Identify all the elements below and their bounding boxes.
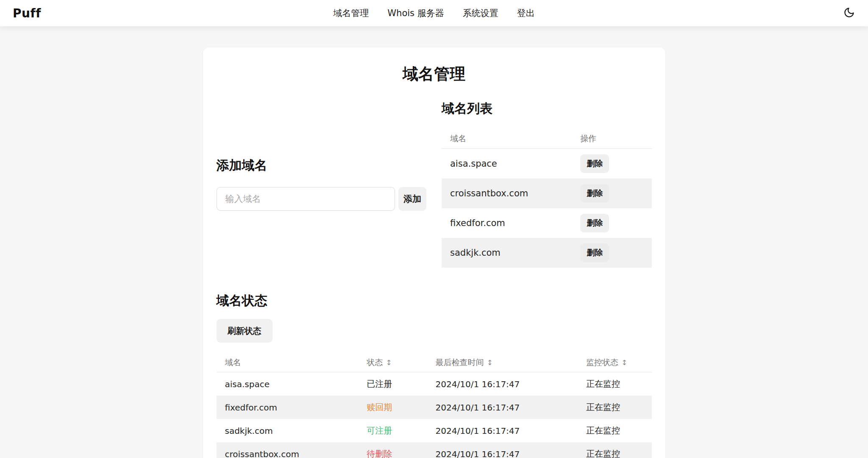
- domain-name: aisa.space: [217, 379, 359, 389]
- domain-name: fixedfor.com: [217, 402, 359, 413]
- monitor-status: 正在监控: [578, 378, 652, 390]
- domain-name: croissantbox.com: [217, 449, 359, 458]
- last-checked-time: 2024/10/1 16:17:47: [427, 449, 578, 458]
- domain-status-section: 域名状态 刷新状态 域名 状态 ↕ 最后检查时间 ↕ 监控状态 ↕: [217, 292, 652, 458]
- domain-name: aisa.space: [442, 159, 572, 169]
- domain-name: fixedfor.com: [442, 218, 572, 228]
- table-row: sadkjk.com 可注册 2024/10/1 16:17:47 正在监控: [217, 419, 652, 442]
- domain-name: croissantbox.com: [442, 188, 572, 198]
- column-header-monitor[interactable]: 监控状态 ↕: [578, 357, 652, 368]
- add-domain-form: 添加: [217, 187, 427, 211]
- nav-item-whois-servers[interactable]: Whois 服务器: [387, 7, 444, 19]
- main-nav: 域名管理 Whois 服务器 系统设置 登出: [333, 7, 534, 19]
- brand-logo[interactable]: Puff: [13, 6, 41, 20]
- column-header-last-checked[interactable]: 最后检查时间 ↕: [427, 357, 578, 368]
- table-row: croissantbox.com 待删除 2024/10/1 16:17:47 …: [217, 442, 652, 458]
- add-domain-section: 添加域名 添加: [217, 100, 427, 268]
- domain-name: sadkjk.com: [217, 426, 359, 436]
- column-header-domain: 域名: [217, 357, 359, 368]
- sort-icon: ↕: [386, 358, 392, 367]
- domain-name: sadkjk.com: [442, 248, 572, 258]
- status-badge: 可注册: [358, 425, 427, 436]
- domain-input[interactable]: [217, 187, 395, 211]
- monitor-status: 正在监控: [578, 448, 652, 458]
- status-badge: 已注册: [358, 378, 427, 390]
- status-badge: 待删除: [358, 448, 427, 458]
- delete-button[interactable]: 删除: [580, 243, 609, 262]
- status-badge: 赎回期: [358, 402, 427, 413]
- sort-icon: ↕: [621, 358, 627, 367]
- refresh-status-button[interactable]: 刷新状态: [217, 319, 273, 343]
- last-checked-time: 2024/10/1 16:17:47: [427, 426, 578, 436]
- table-row: croissantbox.com 删除: [442, 179, 652, 208]
- domain-list-heading: 域名列表: [442, 100, 652, 117]
- theme-toggle-button[interactable]: [842, 6, 856, 20]
- domain-status-table-header: 域名 状态 ↕ 最后检查时间 ↕ 监控状态 ↕: [217, 353, 652, 372]
- domain-list-table-header: 域名 操作: [442, 128, 652, 149]
- last-checked-time: 2024/10/1 16:17:47: [427, 402, 578, 413]
- table-row: aisa.space 已注册 2024/10/1 16:17:47 正在监控: [217, 372, 652, 396]
- nav-item-logout[interactable]: 登出: [517, 7, 535, 19]
- add-button[interactable]: 添加: [398, 187, 426, 211]
- domain-status-heading: 域名状态: [217, 292, 652, 310]
- last-checked-time: 2024/10/1 16:17:47: [427, 379, 578, 389]
- table-row: aisa.space 删除: [442, 149, 652, 179]
- top-grid: 添加域名 添加 域名列表 域名 操作 aisa.space 删除: [217, 100, 652, 268]
- table-row: fixedfor.com 删除: [442, 208, 652, 238]
- page-title: 域名管理: [217, 64, 652, 85]
- column-header-action: 操作: [572, 133, 651, 144]
- moon-icon: [843, 7, 855, 20]
- nav-item-system-settings[interactable]: 系统设置: [463, 7, 498, 19]
- sort-icon: ↕: [487, 358, 493, 367]
- nav-item-domain-management[interactable]: 域名管理: [333, 7, 369, 19]
- domain-status-table: 域名 状态 ↕ 最后检查时间 ↕ 监控状态 ↕ aisa.space 已注册: [217, 353, 652, 458]
- table-row: sadkjk.com 删除: [442, 238, 652, 268]
- delete-button[interactable]: 删除: [580, 214, 609, 232]
- column-header-domain: 域名: [442, 133, 572, 144]
- monitor-status: 正在监控: [578, 425, 652, 436]
- column-header-status[interactable]: 状态 ↕: [358, 357, 427, 368]
- add-domain-heading: 添加域名: [217, 157, 427, 174]
- table-row: fixedfor.com 赎回期 2024/10/1 16:17:47 正在监控: [217, 396, 652, 419]
- domain-list-table: 域名 操作 aisa.space 删除 croissantbox.com 删除: [442, 128, 652, 268]
- domain-list-section: 域名列表 域名 操作 aisa.space 删除 croissantbox.co…: [442, 100, 652, 268]
- delete-button[interactable]: 删除: [580, 154, 609, 173]
- monitor-status: 正在监控: [578, 402, 652, 413]
- delete-button[interactable]: 删除: [580, 184, 609, 203]
- top-navbar: Puff 域名管理 Whois 服务器 系统设置 登出: [0, 0, 868, 26]
- main-card: 域名管理 添加域名 添加 域名列表 域名 操作 aisa.space 删除: [203, 47, 665, 458]
